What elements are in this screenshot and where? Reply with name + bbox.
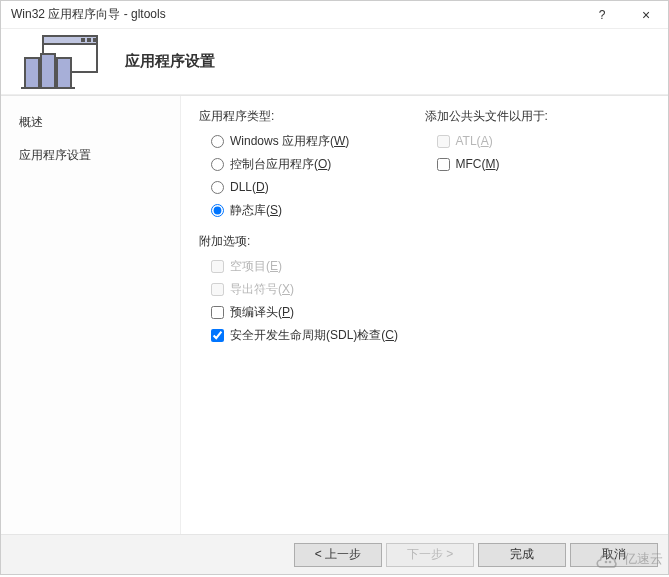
radio-static-lib[interactable]: 静态库(S) bbox=[211, 200, 425, 220]
checkbox-mfc[interactable]: MFC(M) bbox=[437, 154, 651, 174]
checkbox-export-symbols: 导出符号(X) bbox=[211, 279, 425, 299]
svg-point-9 bbox=[605, 561, 608, 564]
cloud-icon bbox=[596, 547, 620, 571]
checkbox-sdl-check[interactable]: 安全开发生命周期(SDL)检查(C) bbox=[211, 325, 425, 345]
svg-rect-7 bbox=[57, 58, 71, 88]
checkbox-atl: ATL(A) bbox=[437, 131, 651, 151]
svg-rect-3 bbox=[87, 38, 91, 42]
checkbox-precompiled-header-input[interactable] bbox=[211, 306, 224, 319]
radio-console-app[interactable]: 控制台应用程序(O) bbox=[211, 154, 425, 174]
watermark-text: 亿速云 bbox=[624, 550, 663, 568]
wizard-icon bbox=[21, 32, 107, 92]
sidebar-item-app-settings[interactable]: 应用程序设置 bbox=[15, 141, 166, 170]
app-type-label: 应用程序类型: bbox=[199, 108, 425, 125]
svg-point-10 bbox=[609, 561, 612, 564]
checkbox-export-symbols-input bbox=[211, 283, 224, 296]
titlebar: Win32 应用程序向导 - gltools ? × bbox=[1, 1, 668, 29]
checkbox-precompiled-header[interactable]: 预编译头(P) bbox=[211, 302, 425, 322]
svg-rect-2 bbox=[81, 38, 85, 42]
main-panel: 应用程序类型: Windows 应用程序(W) 控制台应用程序(O) DLL(D… bbox=[181, 96, 668, 534]
svg-rect-6 bbox=[41, 54, 55, 88]
checkbox-atl-input bbox=[437, 135, 450, 148]
next-button: 下一步 > bbox=[386, 543, 474, 567]
radio-windows-app[interactable]: Windows 应用程序(W) bbox=[211, 131, 425, 151]
svg-rect-5 bbox=[25, 58, 39, 88]
checkbox-empty-project: 空项目(E) bbox=[211, 256, 425, 276]
radio-static-lib-input[interactable] bbox=[211, 204, 224, 217]
dialog-body: 概述 应用程序设置 应用程序类型: Windows 应用程序(W) 控制台应用程… bbox=[1, 95, 668, 534]
help-button[interactable]: ? bbox=[580, 1, 624, 29]
checkbox-empty-project-input bbox=[211, 260, 224, 273]
radio-dll-input[interactable] bbox=[211, 181, 224, 194]
prev-button[interactable]: < 上一步 bbox=[294, 543, 382, 567]
window-title: Win32 应用程序向导 - gltools bbox=[11, 6, 580, 23]
sidebar-item-overview[interactable]: 概述 bbox=[15, 108, 166, 137]
page-heading: 应用程序设置 bbox=[125, 52, 215, 71]
watermark: 亿速云 bbox=[596, 547, 663, 571]
sidebar: 概述 应用程序设置 bbox=[1, 96, 181, 534]
left-column: 应用程序类型: Windows 应用程序(W) 控制台应用程序(O) DLL(D… bbox=[199, 108, 425, 522]
checkbox-sdl-check-input[interactable] bbox=[211, 329, 224, 342]
radio-dll[interactable]: DLL(D) bbox=[211, 177, 425, 197]
headers-label: 添加公共头文件以用于: bbox=[425, 108, 651, 125]
checkbox-mfc-input[interactable] bbox=[437, 158, 450, 171]
banner: 应用程序设置 bbox=[1, 29, 668, 95]
add-options-label: 附加选项: bbox=[199, 233, 425, 250]
finish-button[interactable]: 完成 bbox=[478, 543, 566, 567]
right-column: 添加公共头文件以用于: ATL(A) MFC(M) bbox=[425, 108, 651, 522]
close-button[interactable]: × bbox=[624, 1, 668, 29]
radio-console-app-input[interactable] bbox=[211, 158, 224, 171]
wizard-dialog: Win32 应用程序向导 - gltools ? × 应用程序设置 概述 应用程… bbox=[0, 0, 669, 575]
radio-windows-app-input[interactable] bbox=[211, 135, 224, 148]
svg-rect-4 bbox=[93, 38, 97, 42]
footer: < 上一步 下一步 > 完成 取消 bbox=[1, 534, 668, 574]
